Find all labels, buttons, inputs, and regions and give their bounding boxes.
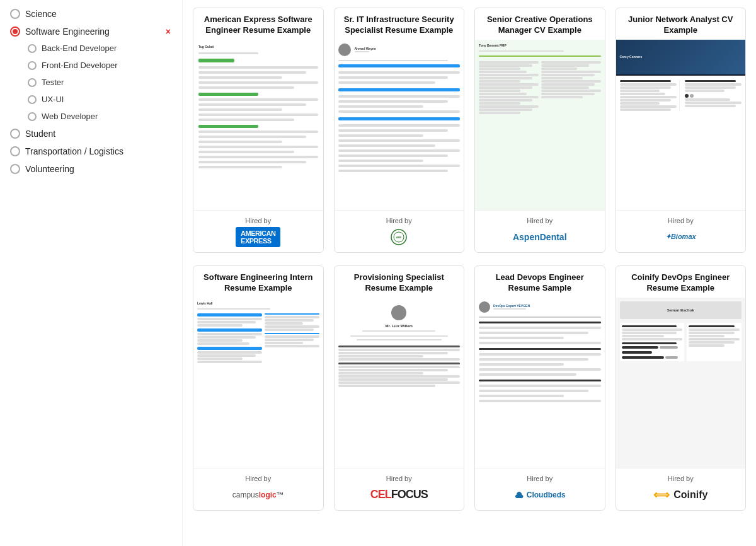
card-celfocus-title: Provisioning Specialist Resume Example <box>335 266 464 298</box>
radio-webdev <box>28 112 37 121</box>
card-aspendental[interactable]: Senior Creative Operations Manager CV Ex… <box>474 8 605 253</box>
hired-by-coinify-label: Hired by <box>668 475 694 482</box>
card-amex-hired: Hired by AMERICANEXPRESS <box>193 210 323 252</box>
sidebar-label-software-engineering: Software Engineering <box>25 26 159 37</box>
card-arab-thumbnail: Ahmed Wayne <box>335 40 464 210</box>
card-aspendental-hired: Hired by AspenDental <box>475 210 605 252</box>
card-celfocus-hired: Hired by CELFOCUS <box>335 468 464 510</box>
company-logo-coinify: ⟺ Coinify <box>653 486 707 504</box>
radio-software-engineering <box>10 26 20 37</box>
card-coinify-thumbnail: Seman Bachok <box>616 298 746 468</box>
sidebar: Science Software Engineering × Back-End … <box>0 0 183 546</box>
card-arab[interactable]: Sr. IT Infrastructure Security Specialis… <box>334 8 465 253</box>
cards-row-2: Software Engineering Intern Resume Examp… <box>193 265 746 511</box>
sidebar-subitem-frontend[interactable]: Front-End Developer <box>25 57 175 74</box>
company-logo-celfocus: CELFOCUS <box>370 486 428 504</box>
sidebar-item-transportation[interactable]: Transportation / Logistics <box>8 142 175 160</box>
card-arab-hired: Hired by AMF <box>335 210 464 252</box>
card-coinify[interactable]: Coinify DevOps Engineer Resume Example S… <box>616 265 747 511</box>
sidebar-label-transportation: Transportation / Logistics <box>25 146 172 156</box>
sidebar-item-volunteering[interactable]: Volunteering <box>8 160 175 178</box>
card-campuslogic-title: Software Engineering Intern Resume Examp… <box>193 266 323 298</box>
card-coinify-hired: Hired by ⟺ Coinify <box>616 468 746 510</box>
company-logo-biomax: ✦Biomax <box>665 228 696 246</box>
company-logo-amex: AMERICANEXPRESS <box>236 228 280 246</box>
sidebar-sublabel-webdev: Web Developer <box>42 112 98 122</box>
sidebar-sublabel-frontend: Front-End Developer <box>42 61 118 71</box>
hired-by-cloudbeds-label: Hired by <box>527 475 553 482</box>
coinify-icon: ⟺ <box>653 488 670 502</box>
hired-by-campuslogic-label: Hired by <box>245 475 271 482</box>
card-coinify-title: Coinify DevOps Engineer Resume Example <box>616 266 746 298</box>
sidebar-label-science: Science <box>25 9 172 19</box>
card-cloudbeds[interactable]: Lead Devops Engineer Resume Sample DevOp… <box>474 265 605 511</box>
card-amex-title: American Express Software Engineer Resum… <box>193 8 323 40</box>
card-biomax-hired: Hired by ✦Biomax <box>616 210 746 252</box>
radio-science <box>10 9 20 19</box>
sidebar-subitem-uxui[interactable]: UX-UI <box>25 91 175 108</box>
radio-backend <box>28 44 37 53</box>
hired-by-aspendental-label: Hired by <box>527 217 553 224</box>
radio-tester <box>28 78 37 87</box>
card-celfocus-thumbnail: Mr. Luiz Willem <box>335 298 464 468</box>
card-amex[interactable]: American Express Software Engineer Resum… <box>193 8 324 253</box>
card-campuslogic[interactable]: Software Engineering Intern Resume Examp… <box>193 265 324 511</box>
radio-volunteering <box>10 164 20 174</box>
cards-row-1: American Express Software Engineer Resum… <box>193 8 746 253</box>
card-biomax[interactable]: Junior Network Analyst CV Example Corey … <box>616 8 747 253</box>
sidebar-subitem-tester[interactable]: Tester <box>25 74 175 91</box>
sidebar-item-software-engineering[interactable]: Software Engineering × <box>8 23 175 40</box>
sidebar-item-student[interactable]: Student <box>8 125 175 142</box>
company-logo-cloudbeds: Cloudbeds <box>514 486 566 504</box>
hired-by-celfocus-label: Hired by <box>386 475 412 482</box>
card-campuslogic-thumbnail: Lewis Hall <box>193 298 323 468</box>
radio-transportation <box>10 146 20 156</box>
card-cloudbeds-title: Lead Devops Engineer Resume Sample <box>475 266 605 298</box>
card-campuslogic-hired: Hired by campuslogic™ <box>193 468 323 510</box>
hired-by-arab-label: Hired by <box>386 217 412 224</box>
sidebar-sublabel-uxui: UX-UI <box>42 95 64 105</box>
company-logo-arab: AMF <box>380 228 418 246</box>
sidebar-subitem-backend[interactable]: Back-End Developer <box>25 40 175 57</box>
card-cloudbeds-thumbnail: DevOps Expert YEVGEN <box>475 298 605 468</box>
card-amex-thumbnail: Tug Gulati <box>193 40 323 210</box>
svg-text:AMF: AMF <box>396 236 402 239</box>
card-aspendental-thumbnail: Tony Bennett PMP <box>475 40 605 210</box>
radio-student <box>10 129 20 139</box>
radio-uxui <box>28 95 37 104</box>
company-logo-campuslogic: campuslogic™ <box>232 486 284 504</box>
close-software-engineering-icon[interactable]: × <box>164 26 172 37</box>
hired-by-biomax-label: Hired by <box>668 217 694 224</box>
card-biomax-thumbnail: Corey Conners <box>616 40 746 210</box>
amex-logo: AMERICANEXPRESS <box>236 227 280 247</box>
card-celfocus[interactable]: Provisioning Specialist Resume Example M… <box>334 265 465 511</box>
coinify-text: Coinify <box>673 489 707 501</box>
card-arab-title: Sr. IT Infrastructure Security Specialis… <box>335 8 464 40</box>
sidebar-label-student: Student <box>25 129 172 139</box>
main-content: American Express Software Engineer Resum… <box>183 0 756 546</box>
sidebar-subitem-webdev[interactable]: Web Developer <box>25 108 175 125</box>
sidebar-sublabel-backend: Back-End Developer <box>42 44 117 54</box>
card-cloudbeds-hired: Hired by Cloudbeds <box>475 468 605 510</box>
hired-by-amex-label: Hired by <box>245 217 271 224</box>
radio-inner-software-engineering <box>13 29 18 34</box>
card-aspendental-title: Senior Creative Operations Manager CV Ex… <box>475 8 605 40</box>
software-engineering-subitems: Back-End Developer Front-End Developer T… <box>25 40 175 125</box>
card-biomax-title: Junior Network Analyst CV Example <box>616 8 746 40</box>
sidebar-sublabel-tester: Tester <box>42 78 64 88</box>
sidebar-item-science[interactable]: Science <box>8 5 175 23</box>
sidebar-label-volunteering: Volunteering <box>25 164 172 174</box>
radio-frontend <box>28 61 37 70</box>
company-logo-aspendental: AspenDental <box>513 228 567 246</box>
